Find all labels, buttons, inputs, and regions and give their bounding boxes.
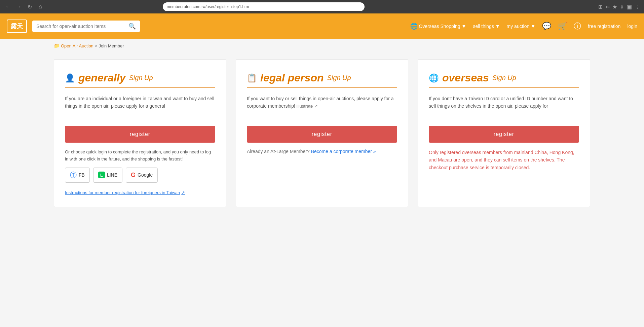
login-link[interactable]: login: [627, 24, 637, 29]
overseas-globe-icon: 🌐: [429, 73, 439, 83]
url-text: member.ruten.com.tw/user/register_step1.…: [167, 4, 249, 9]
quick-login-text: Or choose quick login to complete the re…: [65, 149, 215, 163]
refresh-button[interactable]: ↻: [26, 3, 34, 11]
overseas-description: If you don't have a Taiwan ID card or a …: [429, 95, 579, 119]
menu-icon[interactable]: ⋮: [635, 4, 640, 10]
auction-dropdown-icon: ▼: [531, 24, 535, 29]
google-icon: G: [131, 172, 136, 179]
message-icon[interactable]: 💬: [542, 22, 551, 31]
overseas-register-button[interactable]: register: [429, 126, 579, 143]
breadcrumb-icon: 📁: [54, 43, 60, 48]
facebook-icon: Ⓣ: [70, 171, 77, 180]
line-icon: L: [98, 172, 105, 178]
breadcrumb-separator: >: [95, 43, 98, 48]
logo-text: 露天: [11, 23, 23, 30]
navbar: 露天 🔍 🌐 Overseas Shopping ▼ sell things ▼…: [0, 13, 644, 39]
legal-person-icon: 📋: [247, 73, 257, 83]
legal-person-card: 📋 legal person Sign Up If you want to bu…: [236, 59, 408, 207]
browser-chrome: ← → ↻ ⌂ member.ruten.com.tw/user/registe…: [0, 0, 644, 13]
already-member-section: Already an At-Large Member? Become a cor…: [247, 149, 397, 154]
foreign-link-text: Instructions for member registration for…: [65, 189, 180, 196]
main-content: 👤 generally Sign Up If you are an indivi…: [0, 52, 644, 221]
my-auction-link[interactable]: my auction ▼: [507, 24, 536, 29]
overseas-title-sub: Sign Up: [492, 74, 516, 82]
general-divider: [65, 87, 215, 88]
line-login-button[interactable]: L LINE: [93, 168, 122, 183]
overseas-title-main: overseas: [442, 72, 489, 84]
general-title-main: generally: [78, 72, 126, 84]
facebook-login-button[interactable]: Ⓣ FB: [65, 168, 90, 183]
search-icon-button[interactable]: 🔍: [128, 23, 136, 30]
window-icon[interactable]: ▣: [627, 4, 632, 10]
become-corporate-link[interactable]: Become a corporate member »: [311, 149, 376, 154]
line-label: LINE: [107, 172, 117, 178]
back-button[interactable]: ←: [4, 3, 12, 11]
legal-desc-text: If you want to buy or sell things in ope…: [247, 96, 394, 109]
extensions-icon[interactable]: ⚹: [620, 4, 624, 10]
overseas-card-header: 🌐 overseas Sign Up: [429, 72, 579, 84]
address-bar[interactable]: member.ruten.com.tw/user/register_step1.…: [163, 2, 365, 11]
breadcrumb-home-link[interactable]: Open Air Auction: [61, 43, 93, 48]
free-registration-link[interactable]: free registration: [588, 24, 620, 29]
illustrate-link[interactable]: illustrate ↗: [297, 104, 318, 109]
sell-things-link[interactable]: sell things ▼: [473, 24, 500, 29]
search-input[interactable]: [36, 24, 126, 29]
general-description: If you are an individual or a foreigner …: [65, 95, 215, 119]
general-card: 👤 generally Sign Up If you are an indivi…: [54, 59, 226, 207]
help-icon[interactable]: ⓘ: [574, 21, 581, 31]
legal-divider: [247, 87, 397, 88]
overseas-card: 🌐 overseas Sign Up If you don't have a T…: [418, 59, 590, 207]
sell-things-label: sell things: [473, 24, 494, 29]
breadcrumb: 📁 Open Air Auction > Join Member: [0, 39, 644, 52]
legal-description: If you want to buy or sell things in ope…: [247, 95, 397, 119]
social-buttons: Ⓣ FB L LINE G Google: [65, 168, 215, 183]
logo[interactable]: 露天: [7, 20, 27, 33]
foreign-registration-link[interactable]: Instructions for member registration for…: [65, 189, 215, 196]
external-link-icon: ↗: [181, 189, 185, 196]
google-label: Google: [138, 172, 153, 178]
home-button[interactable]: ⌂: [36, 3, 44, 11]
apps-icon[interactable]: ⊞: [598, 4, 603, 10]
facebook-label: FB: [79, 172, 85, 178]
search-bar: 🔍: [32, 21, 140, 32]
nav-links: 🌐 Overseas Shopping ▼ sell things ▼ my a…: [410, 21, 637, 31]
general-title-sub: Sign Up: [129, 74, 153, 82]
already-member-text: Already an At-Large Member?: [247, 149, 310, 154]
overseas-shopping-label: Overseas Shopping: [419, 24, 460, 29]
overseas-shopping-link[interactable]: 🌐 Overseas Shopping ▼: [410, 23, 466, 30]
overseas-divider: [429, 87, 579, 88]
my-auction-label: my auction: [507, 24, 530, 29]
overseas-notice: Only registered overseas members from ma…: [429, 149, 579, 171]
globe-icon: 🌐: [410, 23, 418, 30]
browser-actions: ⊞ ⇜ ★ ⚹ ▣ ⋮: [598, 4, 640, 10]
share-icon[interactable]: ⇜: [605, 4, 610, 10]
google-login-button[interactable]: G Google: [126, 168, 158, 183]
sell-dropdown-icon: ▼: [495, 24, 500, 29]
legal-person-card-header: 📋 legal person Sign Up: [247, 72, 397, 84]
forward-button[interactable]: →: [15, 3, 23, 11]
legal-register-button[interactable]: register: [247, 126, 397, 143]
overseas-dropdown-icon: ▼: [462, 24, 466, 29]
general-card-header: 👤 generally Sign Up: [65, 72, 215, 84]
bookmark-icon[interactable]: ★: [612, 4, 617, 10]
illustrate-label: illustrate: [297, 104, 313, 109]
general-register-button[interactable]: register: [65, 126, 215, 143]
breadcrumb-current: Join Member: [99, 43, 124, 48]
legal-title-main: legal person: [260, 72, 324, 84]
general-user-icon: 👤: [65, 73, 75, 83]
cart-icon[interactable]: 🛒: [558, 22, 567, 31]
legal-title-sub: Sign Up: [327, 74, 351, 82]
illustrate-external-icon: ↗: [314, 104, 318, 109]
